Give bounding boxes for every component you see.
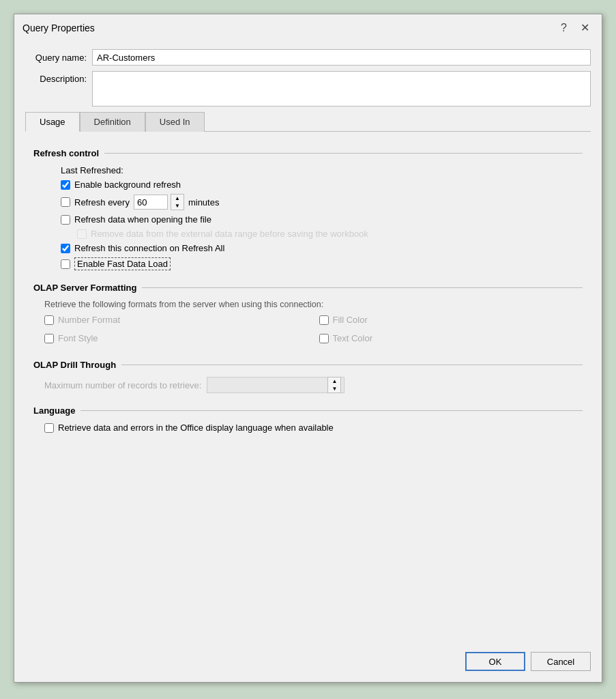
olap-drill-body: Maximum number of records to retrieve: ▲… xyxy=(33,377,583,393)
fill-color-label: Fill Color xyxy=(333,315,368,325)
max-records-down-btn[interactable]: ▼ xyxy=(328,385,340,393)
olap-formatting-line xyxy=(142,287,583,288)
number-format-row: Number Format xyxy=(44,315,308,325)
olap-formatting-section: OLAP Server Formatting Retrieve the foll… xyxy=(33,283,583,347)
dialog-content: Query name: Description: Usage Definitio… xyxy=(14,41,602,645)
language-line xyxy=(80,410,583,411)
language-section: Language Retrieve data and errors in the… xyxy=(33,405,583,433)
refresh-all-row: Refresh this connection on Refresh All xyxy=(44,243,583,253)
enable-bg-refresh-row: Enable background refresh xyxy=(44,180,583,190)
tabs-bar: Usage Definition Used In xyxy=(25,112,591,132)
refresh-every-spinner-btns: ▲ ▼ xyxy=(171,194,184,210)
retrieve-lang-checkbox[interactable] xyxy=(44,423,54,433)
refresh-every-label: Refresh every xyxy=(74,197,130,208)
refresh-control-title: Refresh control xyxy=(33,148,104,158)
tab-usage[interactable]: Usage xyxy=(25,112,80,132)
close-button[interactable]: ✕ xyxy=(576,20,593,35)
enable-bg-refresh-label: Enable background refresh xyxy=(74,180,181,190)
refresh-every-input[interactable] xyxy=(134,195,168,210)
description-row: Description: xyxy=(25,71,591,106)
olap-drill-section: OLAP Drill Through Maximum number of rec… xyxy=(33,360,583,393)
dialog-title: Query Properties xyxy=(23,23,95,33)
refresh-data-checkbox[interactable] xyxy=(61,215,70,225)
retrieve-lang-row: Retrieve data and errors in the Office d… xyxy=(44,423,583,433)
olap-drill-title: OLAP Drill Through xyxy=(33,360,121,370)
number-format-label: Number Format xyxy=(58,315,120,325)
last-refreshed-label: Last Refreshed: xyxy=(44,165,583,175)
max-records-up-btn[interactable]: ▲ xyxy=(328,377,340,385)
tab-panel-usage: Refresh control Last Refreshed: Enable b… xyxy=(25,137,591,637)
text-color-label: Text Color xyxy=(333,333,373,343)
refresh-control-line xyxy=(104,153,583,154)
text-color-checkbox[interactable] xyxy=(319,334,329,343)
tab-definition[interactable]: Definition xyxy=(80,112,145,132)
enable-fast-checkbox[interactable] xyxy=(61,259,70,269)
refresh-every-up-btn[interactable]: ▲ xyxy=(171,195,184,202)
font-style-checkbox[interactable] xyxy=(44,334,54,343)
enable-fast-row: Enable Fast Data Load xyxy=(44,257,583,270)
refresh-control-section: Refresh control Last Refreshed: Enable b… xyxy=(33,148,583,270)
refresh-all-label: Refresh this connection on Refresh All xyxy=(74,243,224,253)
refresh-control-body: Last Refreshed: Enable background refres… xyxy=(33,165,583,270)
fill-color-row: Fill Color xyxy=(319,315,583,325)
olap-formatting-title: OLAP Server Formatting xyxy=(33,283,142,293)
retrieve-text: Retrieve the following formats from the … xyxy=(44,300,583,309)
remove-data-label: Remove data from the external data range… xyxy=(91,229,368,239)
enable-fast-label: Enable Fast Data Load xyxy=(74,257,171,270)
query-name-row: Query name: xyxy=(25,49,591,66)
olap-formatting-header: OLAP Server Formatting xyxy=(33,283,583,293)
olap-formatting-grid: Number Format Fill Color Font Style xyxy=(44,315,583,347)
max-records-spinner: ▲ ▼ xyxy=(207,377,344,393)
max-records-label: Maximum number of records to retrieve: xyxy=(44,380,201,390)
description-textarea[interactable] xyxy=(92,71,591,106)
dialog-footer: OK Cancel xyxy=(14,645,602,682)
refresh-every-spinner: ▲ ▼ xyxy=(134,194,184,210)
remove-data-row: Remove data from the external data range… xyxy=(44,229,583,239)
ok-button[interactable]: OK xyxy=(465,652,525,671)
max-records-spinner-btns: ▲ ▼ xyxy=(327,377,341,393)
refresh-every-checkbox[interactable] xyxy=(61,197,70,207)
fill-color-checkbox[interactable] xyxy=(319,315,329,325)
help-button[interactable]: ? xyxy=(557,20,571,35)
tab-used-in[interactable]: Used In xyxy=(145,112,205,132)
query-name-label: Query name: xyxy=(25,53,87,63)
font-style-row: Font Style xyxy=(44,333,308,343)
font-style-label: Font Style xyxy=(58,333,98,343)
refresh-every-row: Refresh every ▲ ▼ minutes xyxy=(44,194,583,210)
refresh-all-checkbox[interactable] xyxy=(61,244,70,253)
refresh-data-label: Refresh data when opening the file xyxy=(74,214,211,225)
retrieve-lang-label: Retrieve data and errors in the Office d… xyxy=(58,423,334,433)
language-body: Retrieve data and errors in the Office d… xyxy=(33,423,583,433)
max-records-input[interactable] xyxy=(210,380,325,390)
number-format-checkbox[interactable] xyxy=(44,315,54,325)
olap-formatting-body: Retrieve the following formats from the … xyxy=(33,300,583,347)
refresh-data-row: Refresh data when opening the file xyxy=(44,214,583,225)
language-title: Language xyxy=(33,405,80,416)
remove-data-checkbox[interactable] xyxy=(77,229,87,239)
query-name-input[interactable] xyxy=(92,49,591,66)
title-bar: Query Properties ? ✕ xyxy=(14,14,602,41)
olap-drill-header: OLAP Drill Through xyxy=(33,360,583,370)
text-color-row: Text Color xyxy=(319,333,583,343)
title-bar-controls: ? ✕ xyxy=(557,20,593,35)
olap-drill-line xyxy=(121,365,583,365)
max-records-row: Maximum number of records to retrieve: ▲… xyxy=(44,377,583,393)
refresh-control-header: Refresh control xyxy=(33,148,583,158)
query-properties-dialog: Query Properties ? ✕ Query name: Descrip… xyxy=(14,14,602,683)
cancel-button[interactable]: Cancel xyxy=(531,652,591,671)
refresh-every-down-btn[interactable]: ▼ xyxy=(171,202,184,210)
description-label: Description: xyxy=(25,71,87,84)
language-header: Language xyxy=(33,405,583,416)
enable-bg-refresh-checkbox[interactable] xyxy=(61,180,70,190)
refresh-every-unit: minutes xyxy=(188,197,220,208)
